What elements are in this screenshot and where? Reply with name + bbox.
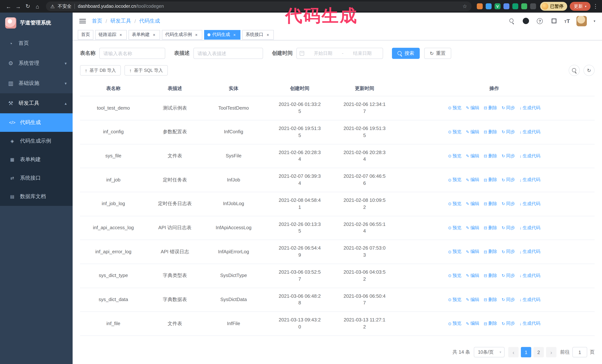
- reset-button[interactable]: ↻ 重置: [424, 48, 451, 59]
- security-label[interactable]: 不安全: [58, 3, 72, 10]
- tab-close-icon[interactable]: ×: [265, 32, 270, 37]
- tab-close-icon[interactable]: ×: [194, 32, 199, 37]
- breadcrumb-item[interactable]: 代码生成: [139, 18, 160, 24]
- prev-page-button[interactable]: ‹: [508, 347, 519, 357]
- edit-link[interactable]: ✎编辑: [466, 201, 479, 207]
- sync-link[interactable]: ↻同步: [502, 297, 515, 303]
- sync-link[interactable]: ↻同步: [502, 249, 515, 255]
- github-icon[interactable]: [522, 17, 529, 25]
- table-row[interactable]: inf_file 文件表 InfFile 2021-03-13 09:43:20…: [80, 312, 595, 336]
- table-row[interactable]: inf_api_error_log API 错误日志 InfApiErrorLo…: [80, 240, 595, 264]
- sidebar-submenu-item[interactable]: ▦ 表单构建: [0, 150, 73, 169]
- delete-link[interactable]: ⊟删除: [484, 201, 497, 207]
- column-header[interactable]: 操作: [394, 81, 595, 96]
- edit-link[interactable]: ✎编辑: [466, 129, 479, 135]
- delete-link[interactable]: ⊟删除: [484, 105, 497, 112]
- edit-link[interactable]: ✎编辑: [466, 177, 479, 183]
- table-row[interactable]: sys_file 文件表 SysFile 2021-02-06 20:28:34…: [80, 144, 595, 168]
- generate-code-link[interactable]: ↓生成代码: [519, 321, 540, 327]
- tab-close-icon[interactable]: ×: [151, 32, 157, 37]
- next-page-button[interactable]: ›: [546, 347, 556, 357]
- goto-page-input[interactable]: [572, 347, 587, 357]
- table-desc-input[interactable]: [194, 48, 263, 59]
- date-range-picker[interactable]: 开始日期 - 结束日期: [296, 48, 383, 59]
- column-header[interactable]: 更新时间: [335, 81, 394, 96]
- column-header[interactable]: 表描述: [147, 81, 203, 96]
- edit-link[interactable]: ✎编辑: [466, 272, 479, 279]
- update-button[interactable]: 更新 ▾: [570, 2, 591, 11]
- user-avatar[interactable]: [577, 16, 587, 26]
- generate-code-link[interactable]: ↓生成代码: [519, 105, 540, 112]
- bookmark-star-icon[interactable]: ☆: [462, 3, 467, 9]
- sidebar-menu-item[interactable]: ◔ 首页: [0, 33, 73, 53]
- tab-close-icon[interactable]: ×: [118, 32, 123, 37]
- sidebar-submenu-item[interactable]: ▤ 数据库文档: [0, 187, 73, 206]
- preview-link[interactable]: ⊙预览: [448, 321, 462, 327]
- page-number-button[interactable]: 2: [533, 347, 544, 357]
- table-row[interactable]: inf_api_access_log API 访问日志表 InfApiAcces…: [80, 216, 595, 240]
- sync-link[interactable]: ↻同步: [502, 105, 515, 112]
- delete-link[interactable]: ⊟删除: [484, 249, 497, 255]
- preview-link[interactable]: ⊙预览: [448, 153, 462, 159]
- search-icon[interactable]: [508, 17, 515, 25]
- sidebar-toggle-icon[interactable]: [79, 19, 86, 23]
- preview-link[interactable]: ⊙预览: [448, 249, 462, 255]
- edit-link[interactable]: ✎编辑: [466, 249, 479, 255]
- sidebar-submenu-item[interactable]: ◈ 代码生成示例: [0, 132, 73, 150]
- import-db-button[interactable]: ↑ 基于 DB 导入: [80, 65, 121, 75]
- preview-link[interactable]: ⊙预览: [448, 272, 462, 279]
- delete-link[interactable]: ⊟删除: [484, 225, 497, 231]
- generate-code-link[interactable]: ↓生成代码: [519, 249, 540, 255]
- table-row[interactable]: tool_test_demo 测试示例表 ToolTestDemo 2021-0…: [80, 96, 595, 120]
- extension-icon[interactable]: [486, 3, 492, 9]
- tab[interactable]: 系统接口 ×: [242, 30, 274, 40]
- search-button[interactable]: 搜索: [392, 48, 420, 59]
- delete-link[interactable]: ⊟删除: [484, 153, 497, 159]
- breadcrumb-item[interactable]: 首页: [92, 18, 102, 24]
- edit-link[interactable]: ✎编辑: [466, 225, 479, 231]
- delete-link[interactable]: ⊟删除: [484, 129, 497, 135]
- toggle-search-button[interactable]: [569, 65, 580, 76]
- table-name-input[interactable]: [99, 48, 165, 59]
- generate-code-link[interactable]: ↓生成代码: [519, 225, 540, 231]
- sidebar-menu-item[interactable]: ⚙ 系统管理 ▾: [0, 53, 73, 73]
- sidebar-menu-item[interactable]: ⚒ 研发工具 ▴: [0, 93, 73, 113]
- preview-link[interactable]: ⊙预览: [448, 105, 462, 112]
- edit-link[interactable]: ✎编辑: [466, 297, 479, 303]
- table-row[interactable]: sys_dict_data 字典数据表 SysDictData 2021-03-…: [80, 288, 595, 312]
- table-row[interactable]: inf_job_log 定时任务日志表 InfJobLog 2021-02-08…: [80, 192, 595, 216]
- font-size-icon[interactable]: TT: [564, 18, 570, 24]
- sync-link[interactable]: ↻同步: [502, 272, 515, 279]
- help-icon[interactable]: ?: [536, 17, 543, 25]
- preview-link[interactable]: ⊙预览: [448, 177, 462, 183]
- extension-icon[interactable]: [512, 3, 518, 9]
- sync-link[interactable]: ↻同步: [502, 225, 515, 231]
- tab[interactable]: 表单构建 ×: [129, 30, 160, 40]
- table-row[interactable]: inf_job 定时任务表 InfJob 2021-02-07 06:39:34…: [80, 168, 595, 192]
- tab[interactable]: 代码生成 ×: [204, 30, 240, 40]
- sync-link[interactable]: ↻同步: [502, 201, 515, 207]
- generate-code-link[interactable]: ↓生成代码: [519, 177, 540, 183]
- tab-close-icon[interactable]: ×: [232, 32, 237, 37]
- edit-link[interactable]: ✎编辑: [466, 321, 479, 327]
- generate-code-link[interactable]: ↓生成代码: [519, 129, 540, 135]
- generate-code-link[interactable]: ↓生成代码: [519, 297, 540, 303]
- tab[interactable]: 首页: [78, 30, 93, 40]
- home-button[interactable]: ⌂: [32, 1, 42, 11]
- preview-link[interactable]: ⊙预览: [448, 225, 462, 231]
- breadcrumb-item[interactable]: 研发工具: [110, 18, 131, 24]
- edit-link[interactable]: ✎编辑: [466, 105, 479, 112]
- sync-link[interactable]: ↻同步: [502, 129, 515, 135]
- sync-link[interactable]: ↻同步: [502, 153, 515, 159]
- sync-link[interactable]: ↻同步: [502, 177, 515, 183]
- delete-link[interactable]: ⊟删除: [484, 177, 497, 183]
- fullscreen-icon[interactable]: [550, 17, 558, 25]
- forward-button[interactable]: →: [13, 1, 23, 11]
- preview-link[interactable]: ⊙预览: [448, 297, 462, 303]
- page-number-button[interactable]: 1: [521, 347, 531, 357]
- edit-link[interactable]: ✎编辑: [466, 153, 479, 159]
- sidebar-submenu-item[interactable]: </> 代码生成: [0, 113, 73, 132]
- column-header[interactable]: 实体: [203, 81, 264, 96]
- back-button[interactable]: ←: [4, 1, 13, 11]
- delete-link[interactable]: ⊟删除: [484, 272, 497, 279]
